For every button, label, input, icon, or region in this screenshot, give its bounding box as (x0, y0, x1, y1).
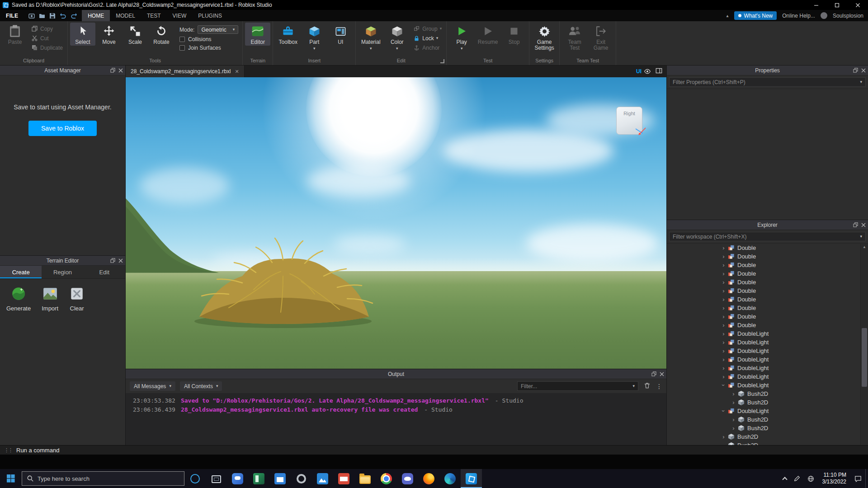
close-panel-icon[interactable] (861, 223, 866, 227)
roblox-studio-icon[interactable] (461, 469, 482, 488)
tree-chevron-icon[interactable] (720, 305, 727, 311)
scrollbar-thumb[interactable] (862, 328, 867, 387)
rotate-tool-button[interactable]: Rotate (149, 23, 174, 46)
output-filter-input[interactable] (521, 383, 630, 389)
chat-app-icon[interactable] (227, 469, 248, 488)
firefox-icon[interactable] (418, 469, 439, 488)
settings-app-icon[interactable] (291, 469, 312, 488)
explorer-tree-item[interactable]: Double (667, 321, 868, 329)
explorer-tree-item[interactable]: Bush2D (667, 424, 868, 432)
float-panel-icon[interactable] (110, 68, 115, 73)
whats-new-button[interactable]: What's New (734, 11, 777, 20)
explorer-tree-item[interactable]: Bush2D (667, 415, 868, 424)
excel-icon[interactable] (248, 469, 269, 488)
explorer-tree[interactable]: ▲ Double (667, 244, 868, 445)
mode-dropdown[interactable]: Geometric ▾ (198, 25, 238, 34)
file-menu-button[interactable]: FILE (0, 10, 24, 21)
task-view-icon[interactable] (206, 469, 227, 488)
tree-chevron-icon[interactable] (720, 262, 727, 268)
tree-chevron-icon[interactable] (730, 425, 737, 432)
command-bar-grip-icon[interactable]: ⋮⋮ (4, 447, 12, 453)
output-menu-icon[interactable]: ⋮ (656, 383, 662, 390)
float-panel-icon[interactable] (110, 258, 115, 263)
menu-tab[interactable]: VIEW (167, 10, 193, 21)
tray-expand-icon[interactable] (779, 469, 790, 488)
photos-icon[interactable] (312, 469, 333, 488)
move-tool-button[interactable]: Move (96, 23, 122, 46)
tree-chevron-icon[interactable] (720, 279, 727, 286)
tree-chevron-icon[interactable] (720, 270, 727, 277)
float-panel-icon[interactable] (853, 68, 858, 73)
explorer-tree-item[interactable]: DoubleLight (667, 347, 868, 355)
game-settings-button[interactable]: Game Settings (532, 23, 557, 52)
toolbox-button[interactable]: Toolbox (275, 23, 301, 46)
maximize-button[interactable] (826, 0, 847, 10)
terrain-editor-tab[interactable]: Edit (84, 266, 125, 278)
tree-chevron-icon[interactable] (720, 313, 727, 320)
close-tab-icon[interactable]: ✕ (235, 69, 239, 75)
explorer-tree-item[interactable]: DoubleLight (667, 338, 868, 347)
terrain-editor-button[interactable]: Editor (245, 23, 270, 46)
scale-tool-button[interactable]: Scale (123, 23, 148, 46)
explorer-filter-field[interactable]: ▾ (669, 232, 866, 241)
tree-chevron-icon[interactable] (720, 253, 727, 260)
explorer-tree-item[interactable]: DoubleLight (667, 407, 868, 415)
close-panel-icon[interactable] (660, 372, 664, 376)
menu-tab[interactable]: PLUGINS (192, 10, 228, 21)
explorer-tree-item[interactable]: Double (667, 286, 868, 295)
explorer-tree-item[interactable]: Bush2D (667, 398, 868, 407)
tree-chevron-icon[interactable] (720, 373, 727, 380)
tree-chevron-icon[interactable] (720, 287, 727, 294)
ui-button[interactable]: UI (328, 23, 353, 46)
collapse-ribbon-icon[interactable]: ▴ (726, 13, 729, 18)
output-log[interactable]: 23:03:53.382Saved to "D:/Roblox/Prehisto… (126, 393, 666, 445)
chrome-icon[interactable] (376, 469, 397, 488)
tree-chevron-icon[interactable] (730, 416, 737, 423)
explorer-tree-item[interactable]: Bush2D (667, 432, 868, 441)
float-panel-icon[interactable] (853, 222, 858, 227)
show-desktop-button[interactable] (865, 469, 868, 488)
cortana-icon[interactable] (184, 469, 206, 488)
minimize-button[interactable] (806, 0, 826, 10)
explorer-tree-item[interactable]: Bush2D (667, 441, 868, 445)
tree-chevron-icon[interactable] (730, 399, 737, 406)
tree-chevron-icon[interactable] (720, 382, 727, 389)
explorer-tree-item[interactable]: Double (667, 278, 868, 286)
redo-icon[interactable] (71, 13, 77, 19)
tree-chevron-icon[interactable] (720, 433, 727, 440)
explorer-tree-item[interactable]: DoubleLight (667, 372, 868, 381)
undo-icon[interactable] (60, 13, 66, 19)
tree-chevron-icon[interactable] (720, 365, 727, 371)
explorer-tree-item[interactable]: Double (667, 304, 868, 312)
edit-dialog-launcher-icon[interactable] (440, 59, 444, 63)
float-panel-icon[interactable] (651, 371, 656, 376)
bush-model[interactable] (188, 231, 378, 330)
properties-filter-field[interactable]: ▾ (669, 77, 866, 87)
close-panel-icon[interactable] (861, 68, 866, 73)
explorer-tree-item[interactable]: Double (667, 261, 868, 269)
explorer-tree-item[interactable]: Double (667, 312, 868, 321)
drag-handles-icon[interactable] (634, 126, 647, 138)
contexts-filter-dropdown[interactable]: All Contexts ▾ (180, 381, 222, 391)
pen-icon[interactable] (790, 469, 804, 488)
join-surfaces-checkbox[interactable] (179, 45, 185, 51)
discord-icon[interactable] (397, 469, 418, 488)
part-button[interactable]: Part ▾ (302, 23, 327, 51)
explorer-tree-item[interactable]: DoubleLight (667, 355, 868, 364)
explorer-tree-item[interactable]: DoubleLight (667, 364, 868, 372)
menu-tab[interactable]: TEST (141, 10, 167, 21)
terrain-editor-tab[interactable]: Region (42, 266, 83, 278)
store-icon[interactable] (269, 469, 291, 488)
layout-view-icon[interactable] (656, 67, 662, 75)
explorer-tree-item[interactable]: DoubleLight (667, 381, 868, 389)
tree-chevron-icon[interactable] (720, 330, 727, 337)
terrain-editor-tab[interactable]: Create (0, 266, 42, 278)
explorer-tree-item[interactable]: Double (667, 295, 868, 304)
ui-visibility-toggle[interactable]: UI (636, 68, 651, 75)
close-panel-icon[interactable] (118, 258, 123, 263)
edge-icon[interactable] (439, 469, 461, 488)
tree-chevron-icon[interactable] (720, 322, 727, 328)
save-icon[interactable] (49, 13, 56, 19)
clear-output-icon[interactable] (644, 382, 651, 391)
tree-chevron-icon[interactable] (730, 390, 737, 397)
